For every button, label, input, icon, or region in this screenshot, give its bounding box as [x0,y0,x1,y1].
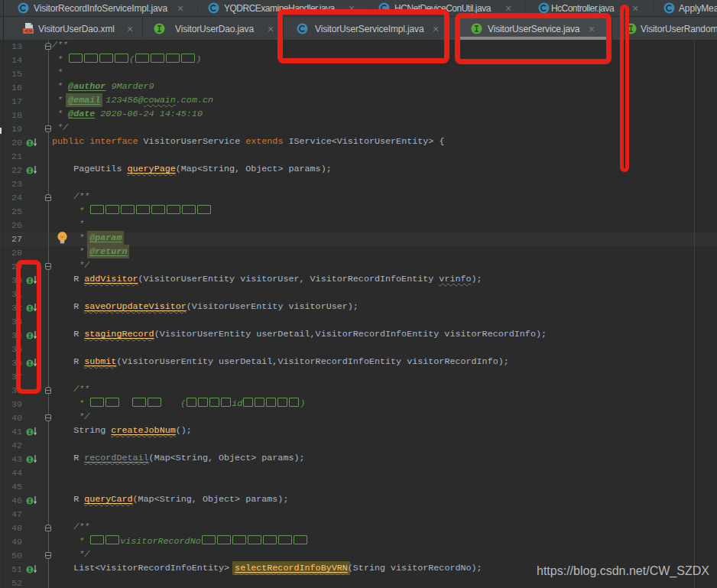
svg-text:<>: <> [24,28,32,34]
